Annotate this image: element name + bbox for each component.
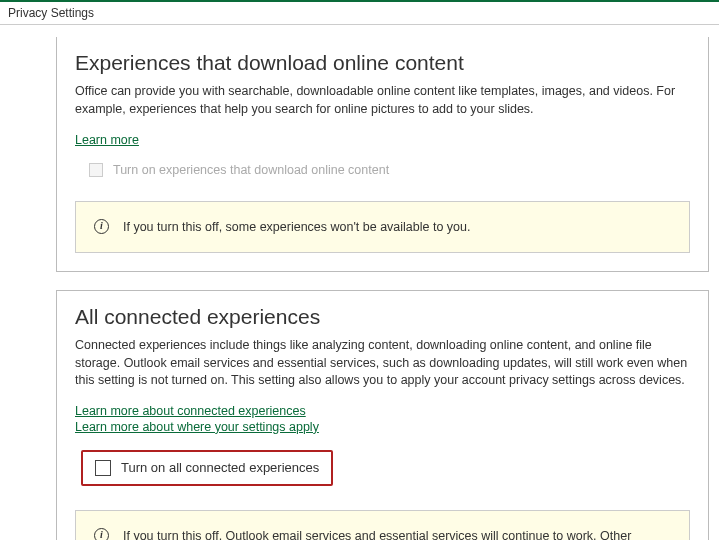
section-title: Experiences that download online content [75,51,690,75]
section-title: All connected experiences [75,305,690,329]
learn-more-link[interactable]: Learn more [75,133,139,147]
checkbox-icon [89,163,103,177]
learn-more-connected-link[interactable]: Learn more about connected experiences [75,404,690,418]
content-area: Experiences that download online content… [0,25,719,539]
checkbox-all-connected[interactable]: Turn on all connected experiences [81,450,333,486]
info-text: If you turn this off, some experiences w… [123,218,471,236]
info-icon: i [94,219,109,234]
info-icon: i [94,528,109,540]
section-description: Office can provide you with searchable, … [75,83,690,118]
section-all-connected: All connected experiences Connected expe… [56,290,709,540]
learn-more-settings-apply-link[interactable]: Learn more about where your settings app… [75,420,690,434]
section-download-content: Experiences that download online content… [56,37,709,272]
checkbox-label: Turn on all connected experiences [121,460,319,475]
checkbox-icon [95,460,111,476]
section-description: Connected experiences include things lik… [75,337,690,390]
window-title: Privacy Settings [0,2,719,25]
info-text: If you turn this off, Outlook email serv… [123,527,671,540]
info-banner: i If you turn this off, Outlook email se… [75,510,690,540]
checkbox-download-content: Turn on experiences that download online… [89,163,690,177]
info-banner: i If you turn this off, some experiences… [75,201,690,253]
checkbox-label: Turn on experiences that download online… [113,163,389,177]
